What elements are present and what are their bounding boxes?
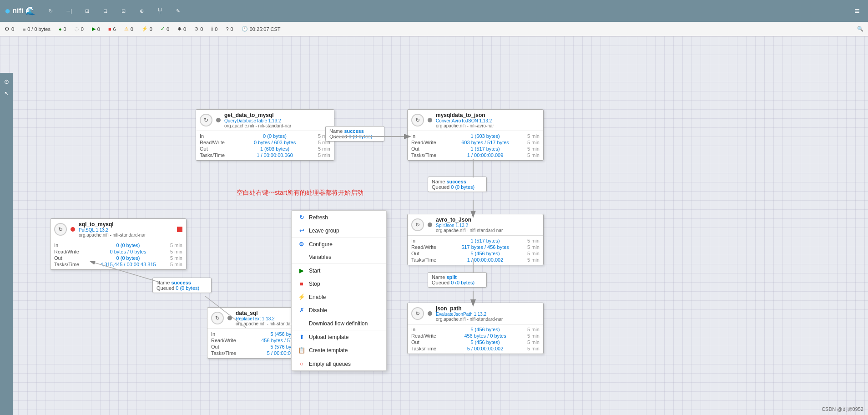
processor-header-json-path: ↻ json_path EvaluateJsonPath 1.13.2 org.… bbox=[408, 303, 543, 324]
toolbar-btn-branch[interactable]: ⑂ bbox=[152, 4, 167, 18]
processor-body-get-data: In 0 (0 bytes) 5 min Read/Write 0 bytes … bbox=[196, 131, 334, 160]
toolbar-btn-grid1[interactable]: ⊞ bbox=[80, 4, 94, 18]
configure-icon: ⚙ bbox=[298, 241, 305, 248]
menu-item-empty-queues[interactable]: ○ Empty all queues bbox=[292, 357, 386, 370]
processor-title-sql: sql_to_mysql PutSQL 1.13.2 org.apache.ni… bbox=[79, 221, 173, 238]
processor-avro-to-json[interactable]: ↻ avro_to_Json SplitJson 1.13.2 org.apac… bbox=[407, 214, 544, 265]
menu-item-create-template[interactable]: 📋 Create template bbox=[292, 344, 386, 357]
toolbar-btn-grid3[interactable]: ⊡ bbox=[116, 4, 131, 18]
processor-json-path[interactable]: ↻ json_path EvaluateJsonPath 1.13.2 org.… bbox=[407, 303, 544, 354]
menu-item-download[interactable]: Download flow definition bbox=[292, 317, 386, 330]
processor-nar-json-path: org.apache.nifi - nifi-standard-nar bbox=[436, 317, 540, 322]
status-info: ℹ 0 bbox=[211, 26, 217, 32]
status-valid: ✓ 0 bbox=[161, 26, 169, 32]
processor-title-avro: avro_to_Json SplitJson 1.13.2 org.apache… bbox=[436, 217, 540, 233]
menu-item-upload-template[interactable]: ⬆ Upload template bbox=[292, 330, 386, 344]
start-icon: ▶ bbox=[298, 267, 305, 274]
connection-box-success1: Name success Queued 0 (0 bytes) bbox=[325, 126, 384, 142]
stop-icon: ■ bbox=[108, 26, 111, 32]
status-threads: ⚙ 0 bbox=[5, 26, 14, 32]
processor-mysqldata-to-json[interactable]: ↻ mysqldata_to_json ConvertAvroToJSON 1.… bbox=[407, 109, 544, 161]
connection-box-success2: Name success Queued 0 (0 bytes) bbox=[428, 177, 487, 192]
processor-type-avro: SplitJson 1.13.2 bbox=[436, 223, 540, 228]
menu-item-leave-group[interactable]: ↩ Leave group bbox=[292, 224, 386, 237]
status-time: 🕐 00:25:07 CST bbox=[242, 26, 281, 32]
processor-icon-mysqldata: ↻ bbox=[411, 114, 424, 127]
toolbar-btn-refresh[interactable]: ↻ bbox=[43, 4, 58, 18]
warning-icon: ⚠ bbox=[124, 26, 129, 32]
toolbar-btn-forward[interactable]: →| bbox=[61, 4, 76, 18]
status-controller: ⊙ 0 bbox=[194, 26, 203, 32]
processor-nar-get-data: org.apache.nifi - nifi-standard-nar bbox=[224, 123, 330, 128]
unknown-icon: ? bbox=[226, 26, 228, 32]
menu-item-stop[interactable]: ■ Stop bbox=[292, 277, 386, 290]
sidebar-select-btn[interactable]: ↖ bbox=[1, 88, 11, 98]
processor-body-mysqldata: In 1 (603 bytes) 5 min Read/Write 603 by… bbox=[408, 131, 543, 160]
processor-icon-get-data: ↻ bbox=[200, 114, 212, 127]
proc-row-out: Out 1 (603 bytes) 5 min bbox=[200, 146, 330, 152]
status-unknown: ? 0 bbox=[226, 26, 233, 32]
proc-row-rw: Read/Write 0 bytes / 603 bytes 5 min bbox=[200, 139, 330, 146]
processor-body-avro: In 1 (517 bytes) 5 min Read/Write 517 by… bbox=[408, 236, 543, 265]
proc-row-tasks: Tasks/Time 1 / 00:00:00.060 5 min bbox=[200, 152, 330, 158]
processor-icon-sql: ↻ bbox=[54, 223, 67, 236]
toolbar: ● nifi 🌊 ↻ →| ⊞ ⊟ ⊡ ⊕ ⑂ ✎ ≡ bbox=[0, 0, 868, 22]
menu-item-start[interactable]: ▶ Start bbox=[292, 263, 386, 277]
upload-icon: ⬆ bbox=[298, 334, 305, 340]
connection-box-split: Name split Queued 0 (0 bytes) bbox=[428, 272, 487, 288]
menu-item-configure[interactable]: ⚙ Configure bbox=[292, 237, 386, 251]
search-area: 🔍 bbox=[857, 26, 863, 32]
processor-indicator-json-path bbox=[428, 311, 432, 316]
toolbar-hamburger-button[interactable]: ≡ bbox=[851, 4, 863, 18]
processor-name-mysqldata: mysqldata_to_json bbox=[436, 112, 540, 118]
proc-row-in: In 0 (0 bytes) 5 min bbox=[200, 133, 330, 139]
processor-icon-json-path: ↻ bbox=[411, 307, 424, 320]
sidebar-navigate-btn[interactable]: ⊙ bbox=[1, 76, 11, 86]
menu-item-refresh[interactable]: ↻ Refresh bbox=[292, 211, 386, 224]
processor-type-sql: PutSQL 1.13.2 bbox=[79, 228, 173, 233]
processor-get-data-to-mysql[interactable]: ↻ get_data_to_mysql QueryDatabaseTable 1… bbox=[196, 109, 334, 161]
search-icon: 🔍 bbox=[857, 26, 863, 32]
processor-sql-to-mysql[interactable]: ↻ sql_to_mysql PutSQL 1.13.2 org.apache.… bbox=[50, 218, 187, 270]
toolbar-btn-edit[interactable]: ✎ bbox=[171, 4, 185, 18]
app-logo: ● nifi 🌊 bbox=[5, 5, 35, 17]
processor-indicator-get-data bbox=[216, 118, 221, 122]
toolbar-btn-grid2[interactable]: ⊟ bbox=[98, 4, 112, 18]
invalid-icon: ⚡ bbox=[141, 26, 148, 32]
processor-title-json-path: json_path EvaluateJsonPath 1.13.2 org.ap… bbox=[436, 305, 540, 322]
menu-item-variables[interactable]: Variables bbox=[292, 251, 386, 263]
processor-type-get-data: QueryDatabaseTable 1.13.2 bbox=[224, 118, 330, 123]
disabled-icon: ✱ bbox=[177, 26, 182, 32]
processor-header-avro: ↻ avro_to_Json SplitJson 1.13.2 org.apac… bbox=[408, 214, 543, 236]
processor-body-json-path: In 5 (456 bytes) 5 min Read/Write 456 by… bbox=[408, 324, 543, 354]
empty-queues-icon: ○ bbox=[298, 360, 305, 367]
menu-item-disable[interactable]: ✗ Disable bbox=[292, 304, 386, 317]
processor-header-mysqldata: ↻ mysqldata_to_json ConvertAvroToJSON 1.… bbox=[408, 110, 543, 131]
processor-type-json-path: EvaluateJsonPath 1.13.2 bbox=[436, 312, 540, 317]
status-disabled: ✱ 0 bbox=[177, 26, 186, 32]
status-stopped: ◌ 0 bbox=[75, 26, 84, 32]
processor-icon-data-sql: ↻ bbox=[211, 312, 224, 324]
menu-item-enable[interactable]: ⚡ Enable bbox=[292, 290, 386, 304]
refresh-icon: ↻ bbox=[298, 214, 305, 221]
status-queue: ≡ 0 / 0 bytes bbox=[22, 26, 50, 32]
enable-icon: ⚡ bbox=[298, 294, 305, 300]
processor-indicator-data-sql bbox=[227, 316, 232, 320]
processor-name-avro: avro_to_Json bbox=[436, 217, 540, 223]
time-icon: 🕐 bbox=[242, 26, 248, 32]
processor-stop-btn-sql[interactable] bbox=[177, 227, 182, 232]
processor-indicator-avro bbox=[428, 223, 432, 227]
toolbar-btn-add[interactable]: ⊕ bbox=[134, 4, 149, 18]
stop-menu-icon: ■ bbox=[298, 280, 305, 287]
processor-name-json-path: json_path bbox=[436, 305, 540, 312]
status-play: ▶ 0 bbox=[92, 26, 100, 32]
left-sidebar: ⊙ ↖ bbox=[0, 73, 13, 415]
processor-body-sql: In 0 (0 bytes) 5 min Read/Write 0 bytes … bbox=[50, 240, 186, 269]
info-icon: ℹ bbox=[211, 26, 213, 32]
processor-indicator-sql bbox=[71, 227, 75, 232]
processor-name-sql: sql_to_mysql bbox=[79, 221, 173, 228]
context-menu: ↻ Refresh ↩ Leave group ⚙ Configure Vari… bbox=[291, 210, 387, 371]
canvas[interactable]: ⊙ ↖ ↻ get_data_to_mysq bbox=[0, 36, 868, 415]
bottom-credit: CSDN @刘师0952 bbox=[822, 406, 863, 413]
create-template-icon: 📋 bbox=[298, 347, 305, 354]
